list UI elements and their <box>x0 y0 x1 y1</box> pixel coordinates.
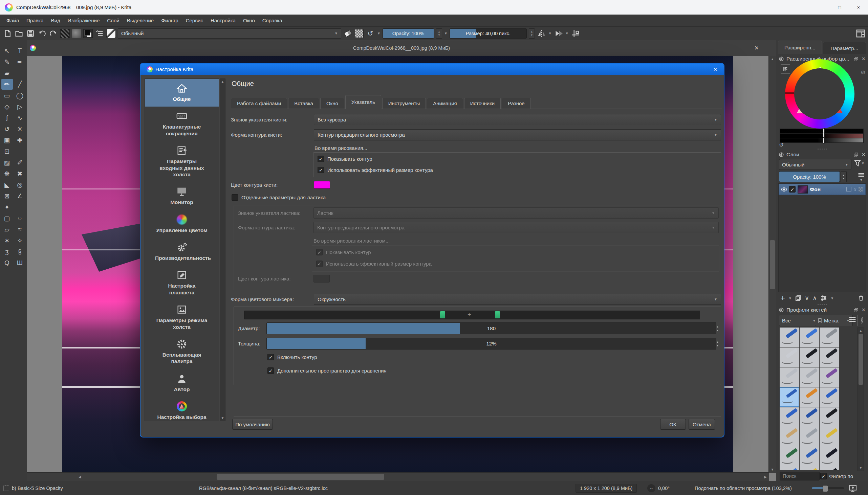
brush-preset[interactable] <box>800 388 819 407</box>
size-spinner[interactable]: ▲▼ <box>529 29 535 38</box>
zoom-tool[interactable]: Q <box>1 257 13 268</box>
sidebar-item-display[interactable]: Монитор <box>145 182 219 210</box>
pan-tool[interactable]: Ш <box>14 257 26 268</box>
scroll-up-icon[interactable]: ▲ <box>220 80 225 84</box>
float-docker-icon[interactable] <box>854 308 858 312</box>
freehand-select-tool[interactable]: ≈ <box>14 224 26 235</box>
menu-item[interactable]: Справка <box>258 15 286 27</box>
save-icon[interactable] <box>26 29 35 38</box>
zoom-slider-handle[interactable] <box>823 485 828 492</box>
minimize-button[interactable]: — <box>811 0 830 15</box>
preset-filter-combo[interactable]: Все▼ <box>779 315 819 326</box>
mixer-handle[interactable] <box>495 311 500 318</box>
brush-preset[interactable] <box>820 427 839 447</box>
brush-preset[interactable] <box>780 427 799 447</box>
menu-item[interactable]: Сервис <box>182 15 207 27</box>
thickness-spinner[interactable]: ▲▼ <box>715 338 720 349</box>
brush-preset[interactable] <box>820 407 839 427</box>
brush-preset[interactable] <box>820 347 839 367</box>
color-triangle[interactable] <box>794 68 845 119</box>
menu-item[interactable]: Вид <box>47 15 64 27</box>
sidebar-item-shortcuts[interactable]: Клавиатурные сокращения <box>145 106 219 141</box>
chevron-down-icon[interactable]: ▼ <box>788 296 792 300</box>
add-layer-icon[interactable]: + <box>780 293 785 303</box>
measure-tool[interactable]: ✖ <box>14 168 26 179</box>
scroll-down-icon[interactable]: ▼ <box>858 466 864 470</box>
inherit-alpha-icon[interactable] <box>858 187 863 192</box>
preset-scrollbar[interactable]: ▲ ▼ <box>857 327 864 471</box>
brush-editor-button[interactable] <box>106 29 116 38</box>
eraser-outline-combo[interactable]: Контур предварительного просмотра▼ <box>314 222 719 233</box>
reference-images-tool[interactable]: ✦ <box>1 202 13 212</box>
redo-icon[interactable] <box>49 29 58 38</box>
preserve-alpha-icon[interactable] <box>355 29 364 38</box>
mixer-shape-combo[interactable]: Окружность▼ <box>314 294 721 305</box>
diameter-spinner[interactable]: ▲▼ <box>715 323 720 334</box>
layer-alpha-icon[interactable]: α <box>853 186 856 192</box>
workspace-chooser-icon[interactable] <box>856 29 865 38</box>
menu-item[interactable]: Фильтр <box>157 15 182 27</box>
open-document-icon[interactable] <box>14 29 24 38</box>
eraser-use-effective-checkbox[interactable]: ✓ <box>316 260 323 267</box>
dock-splitter[interactable] <box>776 303 868 306</box>
brush-option-list-icon[interactable] <box>95 29 104 38</box>
sidebar-item-color-selector[interactable]: Настройка выбора цвета <box>145 397 219 421</box>
move-tool[interactable]: ✚ <box>14 135 26 146</box>
new-document-icon[interactable] <box>3 29 12 38</box>
scroll-down-icon[interactable]: ▼ <box>769 467 776 471</box>
settings-tab[interactable]: Источники <box>464 98 501 108</box>
document-close-icon[interactable]: × <box>751 40 762 56</box>
lock-icon[interactable] <box>779 152 784 157</box>
use-effective-size-checkbox[interactable]: ✓ <box>318 167 324 173</box>
settings-tab[interactable]: Вставка <box>288 98 319 108</box>
magic-select-tool[interactable]: ✶ <box>1 235 13 246</box>
vertical-scrollbar[interactable]: ▲ ▼ <box>768 56 776 473</box>
rect-select-tool[interactable]: ▢ <box>1 213 13 224</box>
brush-preset[interactable] <box>800 368 819 387</box>
brush-preset[interactable] <box>800 447 819 467</box>
chevron-down-icon[interactable]: ▼ <box>444 32 448 35</box>
menu-item[interactable]: Слой <box>103 15 123 27</box>
thickness-slider[interactable]: 12% <box>266 338 716 349</box>
brush-size-slider[interactable]: Размер: 40,00 пикс. <box>450 29 527 38</box>
magnetic-select-tool[interactable]: § <box>14 246 26 257</box>
color-bar-2[interactable] <box>780 133 864 138</box>
sidebar-item-popup-palette[interactable]: Всплывающая палитра <box>145 335 219 369</box>
preset-scroll-thumb[interactable] <box>858 334 863 385</box>
lock-icon[interactable] <box>779 308 784 312</box>
settings-tab[interactable]: Окно <box>320 98 344 108</box>
scroll-up-icon[interactable]: ▲ <box>769 57 776 61</box>
preset-search-input[interactable] <box>780 472 820 480</box>
assistants-tool[interactable]: ⊠ <box>1 190 13 201</box>
sidebar-scrollbar[interactable]: ▲ ▼ <box>220 79 226 421</box>
pattern-edit-tool[interactable]: ▰ <box>1 68 13 79</box>
snap-guides-icon[interactable] <box>571 29 580 38</box>
sidebar-item-general[interactable]: Общие <box>145 79 219 106</box>
duplicate-layer-icon[interactable] <box>795 295 801 301</box>
enable-outline-checkbox[interactable]: ✓ <box>267 354 274 360</box>
brush-preset[interactable] <box>800 347 819 367</box>
brush-preset[interactable] <box>820 447 839 467</box>
brush-preset[interactable] <box>800 427 819 447</box>
polygon-tool[interactable]: ◇ <box>1 101 13 112</box>
brush-preset[interactable] <box>800 407 819 427</box>
close-docker-icon[interactable]: × <box>862 307 865 313</box>
filter-by-tag-checkbox[interactable]: ✓ <box>820 473 827 479</box>
undo-icon[interactable] <box>37 29 47 38</box>
show-outline-checkbox[interactable]: ✓ <box>318 156 324 162</box>
edit-shapes-tool[interactable]: ✎ <box>1 56 13 67</box>
opacity-slider[interactable]: Opacity: 100% <box>383 29 434 38</box>
bezier-curve-tool[interactable]: ʃ <box>1 112 13 123</box>
sidebar-item-performance[interactable]: Производительность <box>145 238 219 266</box>
layer-properties-icon[interactable] <box>820 295 827 301</box>
enclose-fill-tool[interactable]: ◎ <box>14 179 26 190</box>
menu-item[interactable]: Правка <box>23 15 47 27</box>
ok-button[interactable]: OK <box>660 419 686 430</box>
freehand-brush-tool[interactable]: ✏ <box>1 79 13 90</box>
blending-mode-combo[interactable]: Обычный ▼ <box>118 29 341 38</box>
brush-outline-color-swatch[interactable] <box>314 181 330 189</box>
reload-preset-icon[interactable]: ↺ <box>366 29 375 38</box>
vertical-scroll-thumb[interactable] <box>770 240 775 289</box>
cancel-button[interactable]: Отмена <box>688 419 715 430</box>
preset-size-icon[interactable] <box>857 315 866 326</box>
